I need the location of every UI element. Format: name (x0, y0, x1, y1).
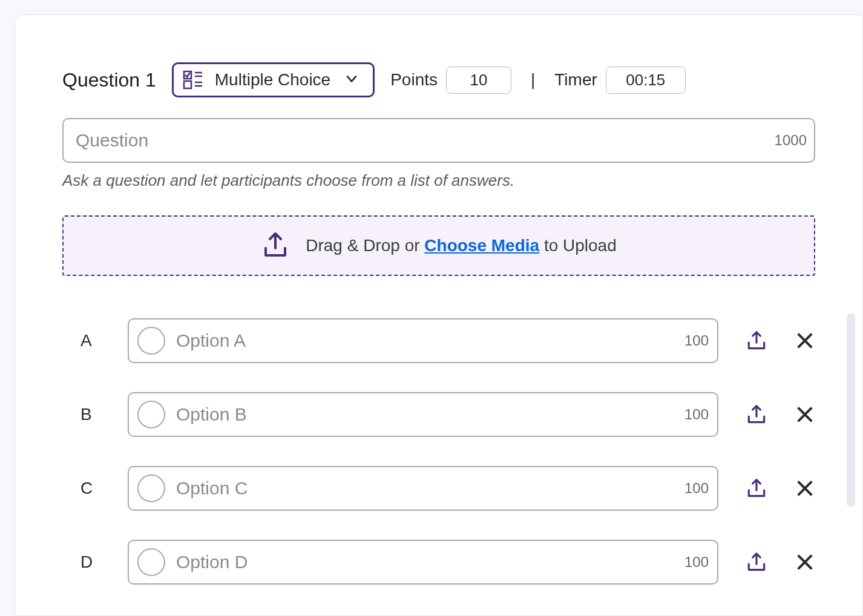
timer-group: Timer (554, 67, 686, 94)
question-type-label: Multiple Choice (215, 70, 330, 90)
option-upload-button[interactable] (745, 403, 768, 426)
upload-suffix: to Upload (539, 236, 617, 255)
option-letter: B (80, 405, 128, 424)
question-card: Question 1 Multiple Choice (15, 15, 863, 616)
option-input[interactable] (176, 404, 677, 425)
option-letter: C (80, 479, 128, 498)
divider: | (527, 70, 539, 90)
option-actions (745, 551, 815, 574)
question-title: Question 1 (62, 69, 156, 91)
option-row: A 100 (80, 318, 815, 363)
option-input[interactable] (176, 330, 677, 351)
option-correct-radio[interactable] (137, 548, 165, 576)
option-remove-button[interactable] (795, 478, 815, 499)
option-row: D 100 (80, 540, 815, 585)
media-upload-zone[interactable]: Drag & Drop or Choose Media to Upload (62, 215, 815, 276)
points-input[interactable] (446, 67, 511, 94)
option-char-limit: 100 (677, 332, 709, 349)
question-header: Question 1 Multiple Choice (62, 62, 815, 97)
question-type-select[interactable]: Multiple Choice (172, 62, 375, 97)
question-hint: Ask a question and let participants choo… (62, 171, 815, 190)
option-input[interactable] (176, 478, 677, 499)
option-remove-button[interactable] (795, 330, 815, 351)
question-input-wrap: 1000 (62, 118, 815, 163)
scrollbar[interactable] (847, 313, 855, 507)
choose-media-link[interactable]: Choose Media (424, 236, 539, 255)
chevron-down-icon (344, 71, 359, 89)
svg-rect-3 (184, 81, 191, 88)
option-remove-button[interactable] (795, 404, 815, 425)
options-area: A 100 (62, 318, 815, 585)
upload-prefix: Drag & Drop or (306, 236, 424, 255)
question-input[interactable] (62, 118, 815, 163)
option-correct-radio[interactable] (137, 474, 165, 502)
timer-label: Timer (554, 70, 597, 90)
multiple-choice-icon (182, 69, 204, 91)
question-char-limit: 1000 (775, 132, 807, 149)
option-input-wrap: 100 (128, 392, 718, 437)
option-correct-radio[interactable] (137, 401, 165, 428)
option-upload-button[interactable] (745, 477, 768, 500)
timer-input[interactable] (606, 67, 686, 94)
option-input-wrap: 100 (128, 318, 718, 363)
upload-icon (261, 230, 290, 261)
option-correct-radio[interactable] (137, 327, 165, 355)
option-input[interactable] (176, 552, 677, 572)
option-actions (745, 329, 815, 352)
option-remove-button[interactable] (795, 552, 815, 572)
option-char-limit: 100 (677, 480, 709, 497)
option-letter: A (80, 331, 128, 350)
option-actions (745, 477, 815, 500)
option-upload-button[interactable] (745, 551, 768, 574)
option-upload-button[interactable] (745, 329, 768, 352)
option-char-limit: 100 (677, 554, 709, 571)
option-row: B 100 (80, 392, 815, 437)
option-actions (745, 403, 815, 426)
option-input-wrap: 100 (128, 466, 718, 511)
option-char-limit: 100 (677, 406, 709, 423)
upload-text: Drag & Drop or Choose Media to Upload (306, 236, 617, 255)
option-row: C 100 (80, 466, 815, 511)
points-label: Points (390, 70, 438, 90)
option-letter: D (80, 552, 128, 572)
points-group: Points (390, 67, 511, 94)
option-input-wrap: 100 (128, 540, 718, 585)
